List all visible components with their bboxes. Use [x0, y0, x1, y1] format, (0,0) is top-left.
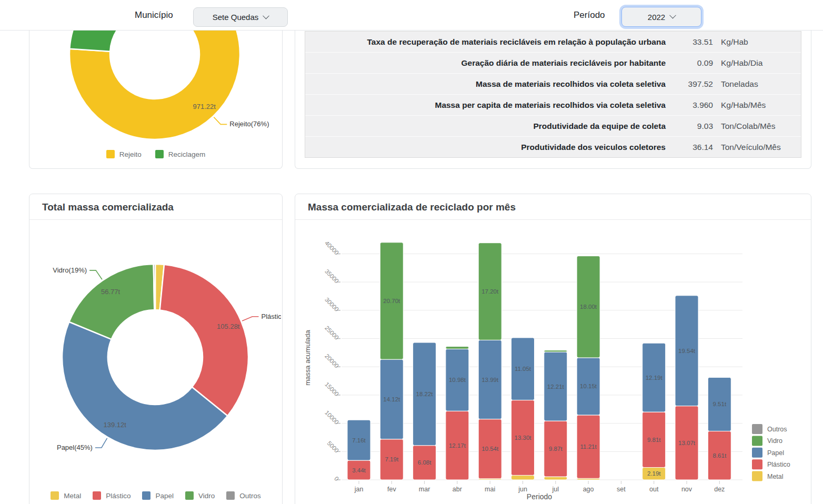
y-tick-label: 20000	[324, 353, 340, 369]
legend-swatch	[752, 459, 762, 469]
legend-item-reciclagem[interactable]: Reciclagem	[155, 150, 206, 158]
indicator-label: Geração diária de materiais recicláveis …	[305, 58, 679, 68]
pie-label-connector	[242, 317, 258, 321]
legend-swatch	[185, 491, 194, 500]
x-tick-label: ago	[583, 486, 594, 493]
y-tick-label: 30000	[324, 296, 340, 313]
bar-segment-label: 10.54t	[481, 446, 499, 452]
chevron-down-icon	[669, 12, 676, 19]
y-axis-title: massa acumulada	[304, 329, 312, 385]
legend-label: Plástico	[767, 461, 790, 468]
legend-swatch	[752, 436, 762, 446]
indicator-label: Massa de materiais recolhidos via coleta…	[305, 79, 679, 89]
legend-item-rejeito[interactable]: Rejeito	[106, 150, 142, 158]
total-mass-card-title: Total massa comercializada	[29, 194, 282, 220]
legend-swatch	[752, 471, 762, 481]
dashboard-root: { "topbar": { "municipio_label": "Municí…	[0, 0, 823, 504]
indicator-unit: Ton/Colab/Mês	[713, 122, 801, 131]
indicator-row: Produtividade dos veiculos coletores36.1…	[305, 137, 801, 157]
monthly-stacked-bar-chart: 0500010000150002000025000300003500040000…	[295, 220, 810, 504]
indicator-label: Taxa de recuperação de materiais reciclá…	[305, 37, 679, 47]
bar-legend-item-vidro[interactable]: Vidro	[752, 436, 782, 446]
indicator-unit: Ton/Veículo/Mês	[713, 143, 801, 152]
legend-item-plástico[interactable]: Plástico	[93, 491, 131, 500]
bar-segment-label: 12.21t	[547, 384, 565, 390]
pie-label-connector	[214, 117, 227, 125]
bar-legend-item-metal[interactable]: Metal	[752, 471, 784, 481]
legend-item-metal[interactable]: Metal	[51, 491, 81, 500]
indicator-value: 397.52	[679, 79, 713, 89]
indicator-value: 36.14	[679, 143, 713, 152]
legend-swatch	[106, 150, 115, 158]
legend-label: Rejeito	[119, 150, 142, 158]
pie-outside-label: Papel(45%)	[57, 443, 93, 451]
bar-segment-metal-jun[interactable]	[511, 475, 535, 480]
legend-swatch	[752, 424, 762, 434]
y-tick-label: 15000	[324, 381, 340, 397]
pie-slice-outros[interactable]	[154, 264, 155, 310]
bar-segment-label: 13.07t	[678, 440, 696, 446]
pie-inside-label: 139.12t	[104, 421, 127, 429]
x-tick-label: abr	[453, 486, 462, 493]
rejeito-donut-chart: 971.22tRejeito(76%)	[29, 30, 281, 148]
x-tick-label: set	[617, 486, 626, 493]
bar-segment-label: 7.16t	[352, 437, 366, 443]
bar-segment-label: 12.17t	[449, 442, 466, 449]
legend-item-vidro[interactable]: Vidro	[185, 491, 215, 500]
legend-label: Papel	[767, 449, 784, 457]
pie-inside-label: 105.28t	[217, 322, 240, 330]
x-axis-title: Periodo	[527, 492, 552, 501]
municipio-label: Município	[135, 0, 173, 30]
bar-legend-item-papel[interactable]: Papel	[752, 448, 784, 458]
x-tick-label: jul	[552, 486, 559, 493]
legend-swatch	[155, 150, 164, 158]
indicator-row: Produtividade da equipe de coleta9.03Ton…	[305, 116, 801, 137]
bar-segment-label: 19.54t	[678, 348, 696, 354]
legend-swatch	[51, 491, 59, 500]
bar-segment-label: 10.98t	[449, 377, 466, 383]
pie-outside-label: Plástico(34%)	[262, 313, 281, 320]
legend-label: Metal	[767, 473, 784, 480]
indicator-value: 9.03	[679, 122, 713, 131]
x-tick-label: mai	[485, 486, 495, 493]
legend-item-outros[interactable]: Outros	[226, 491, 261, 500]
bar-segment-label: 8.61t	[713, 452, 727, 459]
bar-segment-label: 18.00t	[580, 304, 597, 310]
legend-label: Plástico	[106, 492, 131, 500]
indicator-unit: Toneladas	[713, 79, 801, 89]
indicator-value: 0.09	[679, 58, 713, 68]
recycling-share-card: 971.22tRejeito(76%) RejeitoReciclagem	[29, 30, 283, 169]
legend-swatch	[93, 491, 101, 500]
bar-segment-label: 18.22t	[416, 391, 434, 397]
periodo-label: Período	[574, 0, 605, 30]
y-tick-label: 35000	[324, 268, 340, 284]
x-tick-label: jun	[518, 486, 527, 493]
bar-segment-label: 17.20t	[481, 288, 499, 295]
topbar: Município Sete Quedas Período 2022	[0, 0, 823, 31]
bar-segment-metal-jul[interactable]	[544, 477, 567, 480]
indicator-row: Taxa de recuperação de materiais reciclá…	[305, 32, 801, 53]
pie-slice-reciclagem[interactable]	[69, 30, 155, 52]
indicators-card: Taxa de recuperação de materiais reciclá…	[295, 30, 811, 169]
legend-label: Outros	[767, 426, 787, 433]
materials-donut-chart: 105.28tPlástico(34%)139.12tPapel(45%)56.…	[29, 220, 281, 488]
bar-segment-label: 10.15t	[580, 383, 597, 389]
periodo-select[interactable]: 2022	[621, 7, 701, 27]
pie-slice-plástico[interactable]	[160, 265, 248, 416]
legend-label: Vidro	[198, 492, 215, 500]
municipio-select[interactable]: Sete Quedas	[193, 7, 288, 27]
bar-legend-item-outros[interactable]: Outros	[752, 424, 787, 434]
legend-label: Papel	[155, 492, 174, 500]
bar-segment-vidro-jul[interactable]	[544, 350, 567, 352]
bar-segment-vidro-abr[interactable]	[446, 347, 469, 349]
indicator-unit: Kg/Hab/Mês	[713, 100, 801, 110]
indicator-row: Massa de materiais recolhidos via coleta…	[305, 74, 801, 95]
y-tick-label: 10000	[324, 409, 340, 426]
legend-item-papel[interactable]: Papel	[142, 491, 174, 500]
indicator-value: 3.960	[679, 100, 713, 110]
bar-segment-label: 11.21t	[580, 443, 597, 450]
bar-legend-item-plástico[interactable]: Plástico	[752, 459, 790, 469]
periodo-select-value: 2022	[648, 13, 665, 22]
municipio-select-value: Sete Quedas	[213, 13, 259, 22]
bar-segment-label: 7.19t	[385, 456, 399, 462]
